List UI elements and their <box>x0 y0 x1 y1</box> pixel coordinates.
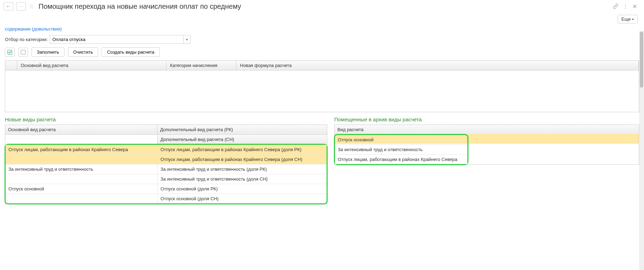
list-item[interactable]: Отпуск основной <box>335 135 467 145</box>
close-icon[interactable]: ✕ <box>632 3 637 10</box>
create-types-button[interactable]: Создать виды расчета <box>102 47 159 57</box>
link-icon[interactable] <box>613 4 618 9</box>
table-row[interactable]: Отпуск основной Отпуск основной (доля РК… <box>6 184 327 194</box>
filter-label: Отбор по категории: <box>5 37 48 42</box>
table-row[interactable]: За интенсивный труд и ответственность (д… <box>6 174 327 184</box>
column-checkbox <box>5 61 17 70</box>
uncheck-all-button[interactable] <box>18 48 28 57</box>
archive-grid: Вид расчета Отпуск основной За интенсивн… <box>334 124 639 165</box>
col-type: Вид расчета <box>335 125 639 135</box>
more-button[interactable]: Еще ▾ <box>618 15 638 23</box>
col-add-sn: Дополнительный вид расчета (СН) <box>157 135 327 144</box>
column-category: Категория начисления <box>166 61 237 70</box>
top-table: Основной вид расчета Категория начислени… <box>5 60 639 112</box>
highlight-box-right: Отпуск основной За интенсивный труд и от… <box>334 134 468 165</box>
check-all-button[interactable] <box>5 48 15 57</box>
archive-title: Помещенные в архив виды расчета <box>334 116 639 122</box>
column-formula: Новая формула расчета <box>237 61 639 70</box>
kebab-menu-icon[interactable]: ⋮ <box>623 3 628 10</box>
new-types-title: Новые виды расчета <box>5 116 327 122</box>
list-item[interactable]: За интенсивный труд и ответственность <box>335 145 467 155</box>
highlight-box-left: Отпуск лицам, работающим в районах Крайн… <box>5 144 328 204</box>
table-row[interactable]: Отпуск лицам, работающим в районах Крайн… <box>6 155 327 164</box>
category-select[interactable]: ▾ <box>50 35 191 44</box>
table-row[interactable]: Отпуск лицам, работающим в районах Крайн… <box>6 145 327 155</box>
column-main-type: Основной вид расчета <box>17 61 166 70</box>
table-row[interactable]: Отпуск основной (доля СН) <box>6 194 327 203</box>
back-button[interactable]: ← <box>4 2 13 11</box>
new-types-grid: Основной вид расчета Дополнительный вид … <box>5 124 327 204</box>
chevron-down-icon: ▾ <box>632 18 634 21</box>
list-item[interactable]: Отпуск лицам, работающим в районах Крайн… <box>335 155 467 164</box>
svg-rect-1 <box>21 50 25 54</box>
scrollbar-vertical[interactable] <box>639 31 644 270</box>
page-title: Помощник перехода на новые начисления оп… <box>39 2 241 11</box>
forward-button[interactable]: → <box>16 2 26 11</box>
col-main: Основной вид расчета <box>5 125 157 135</box>
category-input[interactable] <box>50 35 183 43</box>
clear-button[interactable]: Очистить <box>68 47 98 57</box>
titlebar: ← → ☆ Помощник перехода на новые начисле… <box>0 0 644 13</box>
col-add-rk: Дополнительный вид расчета (РК) <box>157 125 327 135</box>
table-row[interactable]: За интенсивный труд и ответственность За… <box>6 164 327 174</box>
fill-button[interactable]: Заполнить <box>32 47 64 57</box>
favorite-star-icon[interactable]: ☆ <box>29 2 34 10</box>
scrollbar-thumb[interactable] <box>640 32 643 88</box>
dropdown-icon[interactable]: ▾ <box>183 35 190 43</box>
breadcrumb-link[interactable]: содержании (довольствии) <box>5 26 62 32</box>
top-table-body[interactable] <box>5 70 639 112</box>
breadcrumb: содержании (довольствии) <box>0 23 644 32</box>
